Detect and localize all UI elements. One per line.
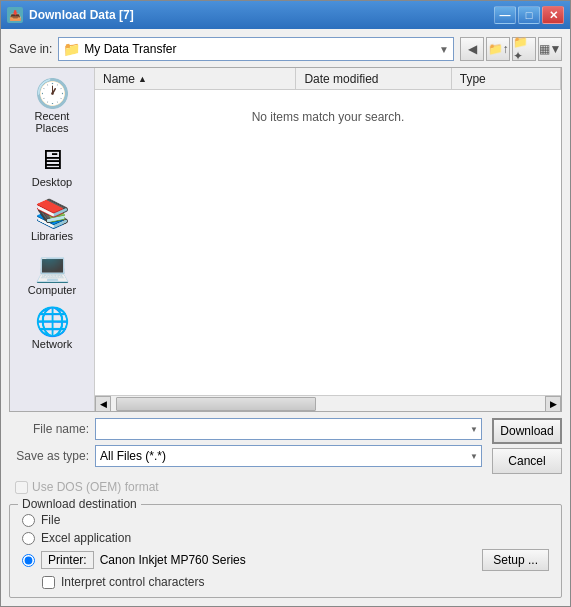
- save-in-label: Save in:: [9, 42, 52, 56]
- bottom-section: File name: Save as type: All Files (*.*): [9, 418, 562, 474]
- interpret-label: Interpret control characters: [61, 575, 204, 589]
- excel-radio[interactable]: [22, 532, 35, 545]
- file-name-row: File name:: [9, 418, 482, 440]
- file-list-area: Name ▲ Date modified Type No items match…: [95, 68, 561, 411]
- cancel-button[interactable]: Cancel: [492, 448, 562, 474]
- libraries-icon: 📚: [35, 200, 70, 228]
- folder-name: My Data Transfer: [84, 42, 435, 56]
- desktop-label: Desktop: [32, 176, 72, 188]
- group-legend: Download destination: [18, 497, 141, 511]
- sidebar: 🕐 Recent Places 🖥 Desktop 📚 Libraries 💻 …: [10, 68, 95, 411]
- main-area: 🕐 Recent Places 🖥 Desktop 📚 Libraries 💻 …: [9, 67, 562, 412]
- dialog-window: 📥 Download Data [7] — □ ✕ Save in: 📁 My …: [0, 0, 571, 607]
- col-header-name[interactable]: Name ▲: [95, 68, 296, 89]
- sidebar-item-desktop[interactable]: 🖥 Desktop: [13, 142, 91, 192]
- dos-format-checkbox[interactable]: [15, 481, 28, 494]
- file-radio[interactable]: [22, 514, 35, 527]
- printer-box-label: Printer:: [48, 553, 87, 567]
- file-list-content: No items match your search.: [95, 90, 561, 395]
- setup-button[interactable]: Setup ...: [482, 549, 549, 571]
- title-bar: 📥 Download Data [7] — □ ✕: [1, 1, 570, 29]
- title-bar-controls: — □ ✕: [494, 6, 564, 24]
- sidebar-item-libraries[interactable]: 📚 Libraries: [13, 196, 91, 246]
- folder-combo[interactable]: 📁 My Data Transfer ▼: [58, 37, 454, 61]
- sidebar-item-network[interactable]: 🌐 Network: [13, 304, 91, 354]
- network-icon: 🌐: [35, 308, 70, 336]
- up-folder-button[interactable]: 📁↑: [486, 37, 510, 61]
- excel-radio-row: Excel application: [22, 531, 549, 545]
- file-radio-row: File: [22, 513, 549, 527]
- dialog-body: Save in: 📁 My Data Transfer ▼ ◀ 📁↑ 📁✦ ▦▼…: [1, 29, 570, 606]
- excel-radio-label: Excel application: [41, 531, 131, 545]
- scroll-track[interactable]: [111, 396, 545, 411]
- minimize-button[interactable]: —: [494, 6, 516, 24]
- maximize-button[interactable]: □: [518, 6, 540, 24]
- save-as-type-row: Save as type: All Files (*.*): [9, 445, 482, 467]
- dos-format-row: Use DOS (OEM) format: [9, 480, 562, 494]
- save-as-type-select[interactable]: All Files (*.*): [95, 445, 482, 467]
- scroll-thumb[interactable]: [116, 397, 316, 411]
- toolbar-buttons: ◀ 📁↑ 📁✦ ▦▼: [460, 37, 562, 61]
- sidebar-item-computer[interactable]: 💻 Computer: [13, 250, 91, 300]
- printer-name: Canon Inkjet MP760 Series: [100, 553, 477, 567]
- download-destination-group: Download destination File Excel applicat…: [9, 504, 562, 598]
- action-buttons: Download Cancel: [492, 418, 562, 474]
- network-label: Network: [32, 338, 72, 350]
- file-list-header: Name ▲ Date modified Type: [95, 68, 561, 90]
- folder-icon: 📁: [63, 41, 80, 57]
- sidebar-item-recent-places[interactable]: 🕐 Recent Places: [13, 76, 91, 138]
- interpret-checkbox[interactable]: [42, 576, 55, 589]
- desktop-icon: 🖥: [38, 146, 66, 174]
- back-button[interactable]: ◀: [460, 37, 484, 61]
- printer-radio[interactable]: [22, 554, 35, 567]
- libraries-label: Libraries: [31, 230, 73, 242]
- interpret-row: Interpret control characters: [22, 575, 549, 589]
- window-icon: 📥: [7, 7, 23, 23]
- file-name-label: File name:: [9, 422, 89, 436]
- bottom-form-fields: File name: Save as type: All Files (*.*): [9, 418, 482, 474]
- computer-label: Computer: [28, 284, 76, 296]
- printer-radio-row: Printer: Canon Inkjet MP760 Series Setup…: [22, 549, 549, 571]
- save-as-type-select-wrapper: All Files (*.*): [95, 445, 482, 467]
- col-header-date[interactable]: Date modified: [296, 68, 451, 89]
- file-name-input[interactable]: [95, 418, 482, 440]
- download-button[interactable]: Download: [492, 418, 562, 444]
- empty-message: No items match your search.: [252, 110, 405, 124]
- new-folder-button[interactable]: 📁✦: [512, 37, 536, 61]
- dos-format-label: Use DOS (OEM) format: [32, 480, 159, 494]
- save-in-row: Save in: 📁 My Data Transfer ▼ ◀ 📁↑ 📁✦ ▦▼: [9, 37, 562, 61]
- computer-icon: 💻: [35, 254, 70, 282]
- recent-places-icon: 🕐: [35, 80, 70, 108]
- file-name-input-wrapper: [95, 418, 482, 440]
- scroll-right-button[interactable]: ▶: [545, 396, 561, 412]
- combo-arrow-icon: ▼: [439, 44, 449, 55]
- scroll-left-button[interactable]: ◀: [95, 396, 111, 412]
- close-button[interactable]: ✕: [542, 6, 564, 24]
- col-header-type[interactable]: Type: [452, 68, 561, 89]
- file-radio-label: File: [41, 513, 60, 527]
- recent-places-label: Recent Places: [19, 110, 85, 134]
- printer-label-box: Printer:: [41, 551, 94, 569]
- save-as-type-label: Save as type:: [9, 449, 89, 463]
- horizontal-scrollbar[interactable]: ◀ ▶: [95, 395, 561, 411]
- views-button[interactable]: ▦▼: [538, 37, 562, 61]
- sort-icon: ▲: [138, 74, 147, 84]
- window-title: Download Data [7]: [29, 8, 494, 22]
